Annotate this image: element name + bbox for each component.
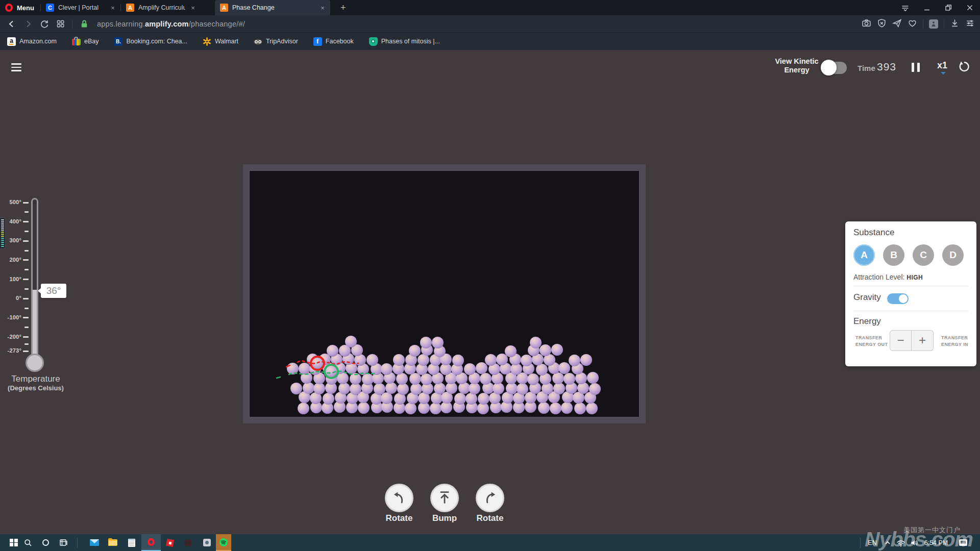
- taskbar-divider: [75, 534, 80, 551]
- chevron-down-icon: [941, 72, 946, 74]
- close-window-icon[interactable]: [966, 4, 974, 12]
- substance-a-button[interactable]: A: [853, 244, 875, 266]
- tick-minor: [24, 308, 29, 309]
- speed-selector[interactable]: x1: [937, 60, 947, 71]
- substance-d-button[interactable]: D: [942, 244, 964, 266]
- watermark-site: Nybbs.com: [865, 528, 973, 551]
- tick-minor: [24, 269, 29, 270]
- taskbar-notepad-button[interactable]: [124, 534, 139, 551]
- rotate-right-icon: [481, 489, 499, 507]
- snapshot-camera-icon[interactable]: [862, 18, 871, 30]
- tick-minor: [24, 250, 29, 252]
- restore-icon[interactable]: [944, 4, 952, 12]
- gravity-toggle[interactable]: [887, 293, 909, 304]
- back-icon[interactable]: [7, 19, 16, 29]
- close-icon[interactable]: ×: [189, 4, 197, 12]
- cortana-button[interactable]: [39, 534, 52, 551]
- rotate-left-icon: [390, 489, 408, 507]
- taskbar-app-button[interactable]: [180, 534, 195, 551]
- opera-menu-button[interactable]: Menu: [0, 0, 40, 15]
- bookmark-tripadvisor[interactable]: TripAdvisor: [254, 37, 298, 46]
- taskbar-device-button[interactable]: [199, 534, 214, 551]
- taskbar-explorer-button[interactable]: [105, 534, 120, 551]
- amplify-favicon: A: [220, 4, 228, 12]
- search-tabs-icon[interactable]: [901, 4, 910, 12]
- adblock-shield-icon[interactable]: [877, 18, 887, 30]
- bump-button[interactable]: [430, 484, 459, 512]
- thermometer-bulb[interactable]: [26, 354, 44, 372]
- transfer-energy-in-button[interactable]: +: [912, 330, 934, 351]
- opera-logo-icon: [5, 4, 13, 12]
- secure-lock-icon[interactable]: [80, 19, 89, 29]
- substance-c-button[interactable]: C: [913, 244, 934, 266]
- my-flow-icon[interactable]: [892, 18, 902, 30]
- forward-icon[interactable]: [23, 19, 33, 29]
- taskbar-roblox-button[interactable]: [162, 534, 178, 551]
- view-kinetic-energy-toggle-knob[interactable]: [821, 60, 837, 76]
- tab-phase-change[interactable]: A Phase Change ×: [215, 0, 330, 15]
- task-view-button[interactable]: [56, 534, 70, 551]
- tab-amplify-curriculum[interactable]: A Amplify Curriculum ×: [121, 0, 201, 15]
- booking-icon: B.: [114, 37, 122, 46]
- dim-app-icon: [184, 539, 191, 546]
- easy-setup-sliders-icon[interactable]: [965, 18, 975, 30]
- bookmark-heart-icon[interactable]: [908, 18, 917, 30]
- opera-icon: [148, 538, 155, 546]
- divider: [923, 19, 923, 29]
- tab-title: Clever | Portal: [58, 4, 105, 11]
- tick: [23, 298, 29, 299]
- bookmark-booking[interactable]: B. Booking.com: Chea...: [114, 37, 187, 46]
- notepad-icon: [128, 539, 135, 547]
- bookmark-mitosis[interactable]: Phases of mitosis |...: [369, 37, 440, 46]
- particle-trails: [249, 170, 640, 417]
- start-button[interactable]: [6, 534, 21, 551]
- reset-button[interactable]: [958, 61, 970, 74]
- extension-badge-icon[interactable]: [929, 19, 938, 29]
- taskbar-search-button[interactable]: [21, 534, 35, 551]
- rotate-right-button[interactable]: [476, 484, 504, 512]
- thermometer-tube[interactable]: [31, 198, 38, 357]
- reload-icon[interactable]: [40, 19, 49, 29]
- energy-label: Energy: [853, 316, 881, 327]
- ebay-icon: [72, 39, 81, 45]
- taskbar-spotify-button[interactable]: [216, 534, 231, 551]
- bookmark-walmart[interactable]: Walmart: [203, 37, 238, 46]
- close-icon[interactable]: ×: [109, 4, 116, 12]
- windows-taskbar: EN 6:54 PM: [0, 534, 980, 551]
- transfer-energy-out-button[interactable]: −: [890, 330, 912, 351]
- temperature-tooltip[interactable]: 36°: [41, 284, 66, 298]
- close-icon[interactable]: ×: [319, 4, 326, 12]
- url-text[interactable]: apps.learning.amplify.com/phasechange/#/: [97, 20, 245, 28]
- menu-label: Menu: [17, 4, 34, 12]
- substance-buttons: A B C D: [853, 244, 964, 266]
- thermometer-title: Temperature: [0, 374, 71, 384]
- substance-b-button[interactable]: B: [883, 244, 904, 266]
- transfer-energy-in-label: TRANSFERENERGY IN: [941, 335, 975, 347]
- clever-favicon: C: [46, 4, 54, 12]
- green-trail-tail: [277, 377, 280, 378]
- new-tab-button[interactable]: +: [337, 3, 349, 13]
- tick: [23, 202, 29, 204]
- speed-dial-icon[interactable]: [56, 19, 65, 28]
- red-trail-tail: [286, 365, 290, 367]
- time-label: Time: [857, 64, 875, 72]
- energy-stepper: − +: [890, 330, 934, 351]
- app-menu-hamburger-icon[interactable]: [11, 63, 21, 73]
- tab-clever-portal[interactable]: C Clever | Portal ×: [41, 0, 120, 15]
- kinetic-energy-side-tab[interactable]: [0, 217, 6, 249]
- roblox-icon: [166, 538, 174, 546]
- tick-minor: [24, 231, 29, 232]
- download-icon[interactable]: [950, 18, 960, 30]
- minimize-icon[interactable]: [923, 4, 931, 12]
- bookmark-facebook[interactable]: f Facebook: [313, 37, 354, 46]
- taskbar-opera-button-active[interactable]: [141, 534, 161, 551]
- time-value: 393: [877, 61, 896, 73]
- rotate-right-label: Rotate: [467, 513, 513, 523]
- taskbar-mail-button[interactable]: [87, 534, 102, 551]
- bookmark-ebay[interactable]: eBay: [72, 37, 99, 45]
- tab-title: Phase Change: [232, 4, 315, 11]
- tripadvisor-owl-icon: [254, 37, 262, 46]
- pause-button[interactable]: [912, 63, 920, 72]
- bookmark-amazon[interactable]: a Amazon.com: [7, 37, 57, 46]
- rotate-left-button[interactable]: [385, 484, 413, 512]
